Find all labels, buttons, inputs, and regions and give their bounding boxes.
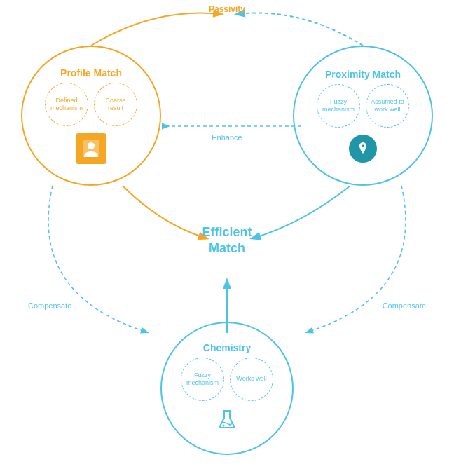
efficient-match-label: Efficient Match: [202, 224, 252, 257]
compensate-right-arrow: [307, 186, 406, 332]
chemistry-node: Chemistry Fuzzy mechanism Works well: [160, 322, 294, 455]
compensate-right-label: Compensate: [383, 301, 426, 310]
passivity-orange-arrow: [91, 13, 221, 46]
proximity-sub-circles: Fuzzy mechanism Assumed to work well: [317, 84, 409, 128]
assumed-work-well-circle: Assumed to work well: [366, 84, 409, 128]
profile-match-node: Profile Match Defined mechanism Coarse r…: [21, 46, 161, 186]
svg-point-1: [88, 142, 95, 149]
compensate-left-arrow: [48, 186, 147, 332]
flask-icon: [216, 408, 238, 435]
diagram: Passivity Profile Match Defined mechanis…: [0, 0, 454, 476]
proximity-match-title: Proximity Match: [325, 69, 401, 80]
chemistry-title: Chemistry: [203, 342, 251, 353]
profile-icon: [76, 133, 106, 164]
chemistry-sub-circles: Fuzzy mechanism Works well: [181, 358, 273, 401]
profile-to-efficient-arrow: [123, 186, 207, 238]
compensate-left-label: Compensate: [28, 301, 71, 310]
proximity-to-efficient-arrow: [252, 186, 350, 238]
proximity-match-node: Proximity Match Fuzzy mechanism Assumed …: [293, 46, 433, 186]
fuzzy-mechanism-circle: Fuzzy mechanism: [317, 84, 360, 128]
location-icon: [349, 135, 377, 163]
svg-point-4: [229, 424, 231, 426]
chemistry-fuzzy-circle: Fuzzy mechanism: [181, 358, 224, 401]
profile-sub-circles: Defined mechanism Coarse result: [45, 83, 137, 126]
enhance-label: Enhance: [212, 133, 242, 142]
passivity-blue-arrow: [237, 13, 363, 46]
defined-mechanism-circle: Defined mechanism: [45, 83, 88, 126]
coarse-result-circle: Coarse result: [94, 83, 137, 126]
passivity-label: Passivity: [209, 4, 245, 14]
svg-point-3: [223, 424, 225, 426]
profile-match-title: Profile Match: [60, 67, 122, 79]
chemistry-works-well-circle: Works well: [230, 358, 273, 401]
